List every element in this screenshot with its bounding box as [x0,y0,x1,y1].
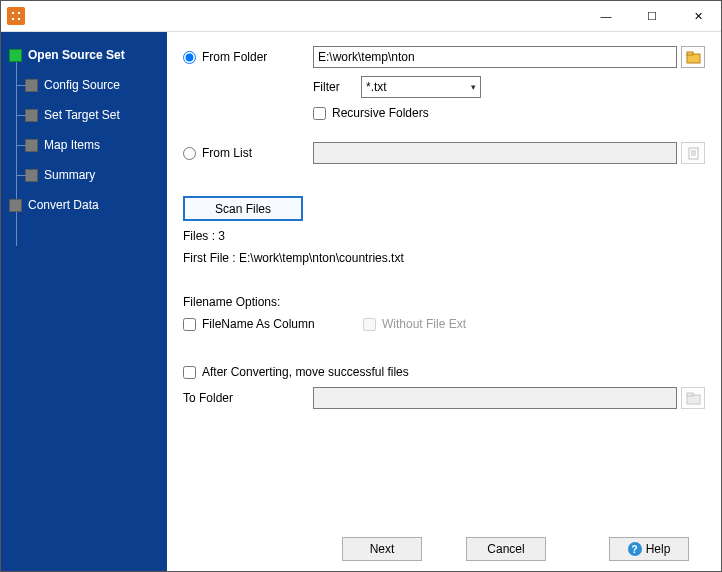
app-icon [7,7,25,25]
step-status-icon [25,109,38,122]
help-label: Help [646,542,671,556]
after-convert-row: After Converting, move successful files [183,365,705,379]
files-count-text: Files : 3 [183,229,705,243]
titlebar: — ☐ ✕ [1,1,721,31]
help-icon: ? [628,542,642,556]
folder-icon [686,392,701,405]
close-button[interactable]: ✕ [675,1,721,31]
step-status-icon [25,169,38,182]
file-icon [687,147,700,160]
step-status-icon [9,49,22,62]
body-area: Open Source Set Config Source Set Target… [1,31,721,571]
from-folder-row: From Folder [183,46,705,68]
filter-label: Filter [313,80,353,94]
step-label: Set Target Set [44,108,120,122]
filename-options-row: FileName As Column Without File Ext [183,317,705,331]
from-folder-radio[interactable] [183,51,196,64]
from-folder-label: From Folder [202,50,267,64]
step-label: Map Items [44,138,100,152]
to-folder-row: To Folder [183,387,705,409]
chevron-down-icon: ▾ [471,82,476,92]
help-button[interactable]: ? Help [609,537,689,561]
recursive-row: Recursive Folders [183,106,705,120]
maximize-button[interactable]: ☐ [629,1,675,31]
after-convert-label: After Converting, move successful files [202,365,409,379]
cancel-button[interactable]: Cancel [466,537,546,561]
step-label: Config Source [44,78,120,92]
without-ext-label: Without File Ext [382,317,466,331]
from-list-input [313,142,677,164]
recursive-label: Recursive Folders [332,106,429,120]
from-list-row: From List [183,142,705,164]
filename-as-column-label: FileName As Column [202,317,315,331]
step-map-items[interactable]: Map Items [7,134,161,156]
browse-list-button [681,142,705,164]
step-convert-data[interactable]: Convert Data [7,194,161,216]
step-status-icon [25,79,38,92]
without-ext-checkbox [363,318,376,331]
step-label: Convert Data [28,198,99,212]
recursive-checkbox[interactable] [313,107,326,120]
filename-options-label: Filename Options: [183,295,705,309]
svg-rect-7 [687,393,693,396]
after-convert-checkbox[interactable] [183,366,196,379]
step-status-icon [25,139,38,152]
step-status-icon [9,199,22,212]
minimize-button[interactable]: — [583,1,629,31]
step-label: Summary [44,168,95,182]
to-folder-label: To Folder [183,391,233,405]
browse-to-folder-button [681,387,705,409]
filter-value: *.txt [366,80,387,94]
to-folder-input [313,387,677,409]
wizard-sidebar: Open Source Set Config Source Set Target… [1,32,167,571]
svg-rect-1 [687,52,693,55]
from-folder-input[interactable] [313,46,677,68]
window-controls: — ☐ ✕ [583,1,721,31]
form-area: From Folder Filter *.txt ▾ [183,46,705,537]
browse-folder-button[interactable] [681,46,705,68]
step-open-source-set[interactable]: Open Source Set [7,44,161,66]
button-bar: Next Cancel ? Help [183,537,705,561]
folder-icon [686,51,701,64]
scan-files-button[interactable]: Scan Files [183,196,303,221]
filter-row: Filter *.txt ▾ [183,76,705,98]
first-file-text: First File : E:\work\temp\nton\countries… [183,251,705,265]
filter-combo[interactable]: *.txt ▾ [361,76,481,98]
next-button[interactable]: Next [342,537,422,561]
content-panel: From Folder Filter *.txt ▾ [167,32,721,571]
step-label: Open Source Set [28,48,125,62]
from-list-label: From List [202,146,252,160]
app-window: — ☐ ✕ Open Source Set Config Source Set … [0,0,722,572]
step-summary[interactable]: Summary [7,164,161,186]
step-set-target-set[interactable]: Set Target Set [7,104,161,126]
filename-as-column-checkbox[interactable] [183,318,196,331]
step-config-source[interactable]: Config Source [7,74,161,96]
from-list-radio[interactable] [183,147,196,160]
